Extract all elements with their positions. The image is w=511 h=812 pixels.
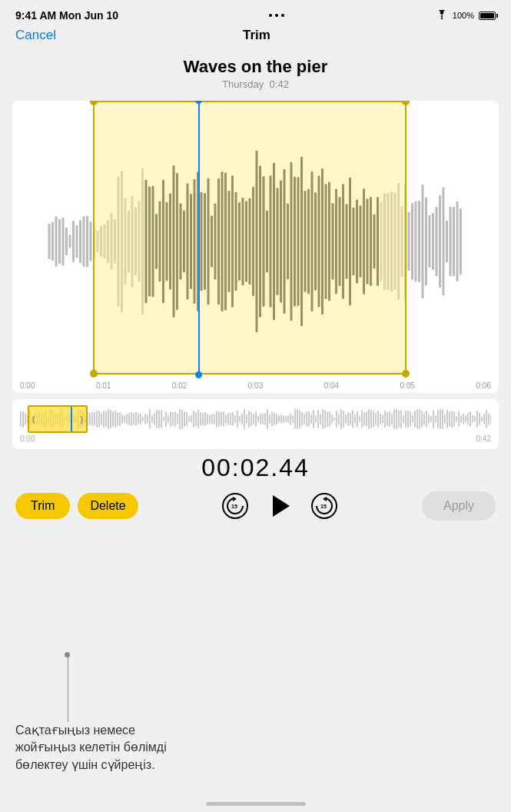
playhead-dot-bottom [195, 371, 202, 378]
selection-handle-bottom-left[interactable] [90, 370, 98, 378]
scrubber-track[interactable]: ( ) [20, 405, 491, 433]
skip-forward-button[interactable]: 15 [310, 491, 339, 521]
time-label-4: 0:04 [324, 381, 339, 390]
callout-text: Сақтағыңыз немесежойғыңыз келетін бөлімд… [15, 722, 496, 774]
scrubber-time-labels: 0:00 0:42 [20, 434, 491, 443]
svg-rect-11 [83, 216, 85, 266]
svg-rect-1 [48, 224, 51, 260]
status-dot-2 [275, 14, 278, 17]
delete-button[interactable]: Delete [78, 493, 138, 519]
svg-rect-2 [51, 222, 54, 261]
scrubber-playhead[interactable] [71, 407, 72, 431]
callout-dot [65, 652, 70, 657]
skip-forward-circle: 15 [311, 493, 337, 519]
svg-marker-123 [323, 497, 327, 501]
wifi-icon [436, 10, 448, 22]
battery-percentage: 100% [453, 11, 474, 20]
scrubber-left-handle[interactable]: ( [32, 415, 35, 424]
svg-rect-12 [86, 215, 88, 267]
status-dot-1 [269, 14, 272, 17]
play-button[interactable] [264, 490, 296, 522]
svg-rect-106 [411, 203, 413, 280]
svg-rect-4 [58, 219, 61, 264]
controls-bar: Trim Delete 15 15 Ap [0, 490, 511, 530]
svg-rect-3 [55, 216, 58, 267]
status-center-dots [269, 14, 284, 17]
scrubber-end-time: 0:42 [476, 434, 491, 443]
svg-rect-13 [90, 221, 92, 261]
svg-text:15: 15 [320, 504, 327, 509]
svg-rect-10 [79, 220, 81, 263]
apply-button[interactable]: Apply [422, 491, 496, 521]
svg-marker-121 [233, 497, 237, 501]
recording-meta: Thursday 0:42 [15, 78, 496, 90]
status-right: 100% [436, 10, 496, 22]
svg-rect-113 [436, 207, 438, 276]
svg-rect-117 [450, 207, 452, 276]
status-bar: 9:41 AM Mon Jun 10 100% [0, 0, 511, 25]
svg-rect-8 [72, 221, 75, 262]
time-labels: 0:00 0:01 0:02 0:03 0:04 0:05 0:06 [12, 381, 499, 390]
status-time: 9:41 AM Mon Jun 10 [15, 9, 118, 22]
timer-display: 00:02.44 [0, 454, 511, 482]
svg-rect-118 [453, 207, 455, 276]
svg-rect-107 [415, 201, 417, 282]
svg-rect-5 [62, 218, 65, 266]
svg-rect-119 [456, 201, 459, 281]
svg-rect-112 [432, 213, 434, 270]
controls-center: 15 15 [221, 490, 339, 522]
svg-rect-6 [65, 228, 68, 255]
callout: Сақтағыңыз немесежойғыңыз келетін бөлімд… [15, 722, 496, 774]
callout-line [68, 654, 68, 722]
svg-rect-9 [76, 225, 78, 258]
svg-rect-114 [439, 195, 441, 288]
svg-rect-105 [408, 212, 410, 271]
scrubber-selection[interactable]: ( ) [28, 405, 88, 433]
time-label-0: 0:00 [20, 381, 35, 390]
svg-rect-109 [422, 185, 424, 299]
svg-rect-116 [446, 221, 448, 262]
skip-back-button[interactable]: 15 [221, 491, 250, 521]
selection-handle-bottom-right[interactable] [402, 370, 410, 378]
time-label-1: 0:01 [96, 381, 111, 390]
svg-rect-120 [460, 208, 462, 275]
playhead[interactable] [198, 101, 200, 374]
time-label-2: 0:02 [172, 381, 187, 390]
scrubber-start-time: 0:00 [20, 434, 35, 443]
selection-handle-top-left[interactable] [90, 101, 98, 105]
battery-icon [479, 12, 496, 20]
svg-point-0 [441, 17, 443, 18]
selection-overlay[interactable] [93, 101, 406, 374]
recording-title: Waves on the pier [15, 57, 496, 77]
nav-title: Trim [243, 28, 270, 43]
scrubber-mini-waveform [20, 408, 491, 430]
time-label-3: 0:03 [248, 381, 263, 390]
scrubber-area[interactable]: ( ) 0:00 0:42 [12, 399, 499, 449]
cancel-button[interactable]: Cancel [15, 28, 56, 43]
selection-handle-top-right[interactable] [402, 101, 410, 105]
svg-text:15: 15 [231, 504, 237, 509]
time-label-5: 0:05 [400, 381, 415, 390]
svg-rect-7 [69, 235, 71, 248]
svg-rect-108 [418, 201, 420, 282]
svg-rect-110 [425, 197, 427, 285]
time-label-6: 0:06 [476, 381, 491, 390]
home-indicator [206, 802, 306, 806]
svg-rect-115 [443, 188, 445, 296]
recording-header: Waves on the pier Thursday 0:42 [0, 49, 511, 93]
controls-left: Trim Delete [15, 493, 138, 519]
status-dot-3 [281, 14, 284, 17]
scrubber-right-handle[interactable]: ) [81, 415, 83, 424]
skip-back-circle: 15 [222, 493, 248, 519]
svg-rect-111 [429, 215, 431, 268]
trim-button[interactable]: Trim [15, 493, 70, 519]
nav-bar: Cancel Trim [0, 25, 511, 49]
play-icon [273, 495, 290, 517]
waveform-container[interactable]: 0:00 0:01 0:02 0:03 0:04 0:05 0:06 [12, 101, 499, 393]
